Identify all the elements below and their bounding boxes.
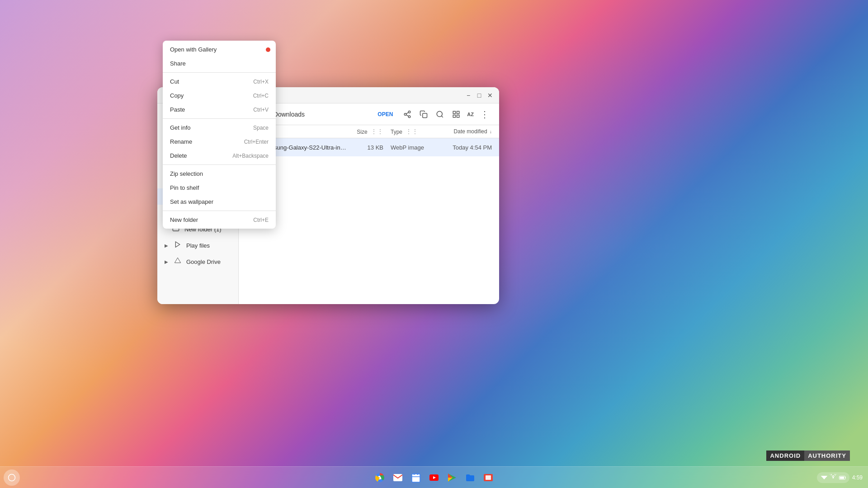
- svg-marker-11: [175, 242, 179, 247]
- svg-rect-21: [457, 111, 459, 113]
- get-info-shortcut: Space: [253, 125, 269, 131]
- svg-point-12: [409, 111, 411, 113]
- ctx-get-info[interactable]: Get info Space: [163, 121, 276, 135]
- delete-shortcut: Alt+Backspace: [232, 153, 269, 159]
- file-list: Ssmsung-Galaxy-S22-Ultra-in-front-of-pai…: [239, 138, 499, 304]
- more-options-button[interactable]: ⋮: [477, 107, 492, 122]
- toolbar: My files › Downloads OPEN: [239, 103, 499, 125]
- ctx-divider-2: [163, 118, 276, 119]
- taskbar-app-chrome[interactable]: [372, 469, 388, 486]
- file-type: WebP image: [383, 144, 433, 151]
- share-button[interactable]: [400, 107, 415, 122]
- play-files-expand-icon: ▶: [165, 243, 168, 248]
- taskbar-app-gmail[interactable]: [390, 469, 406, 486]
- open-button[interactable]: OPEN: [372, 107, 398, 122]
- ctx-delete[interactable]: Delete Alt+Backspace: [163, 149, 276, 163]
- column-size-more: ⋮⋮: [371, 128, 383, 135]
- svg-rect-39: [840, 477, 844, 479]
- launcher-button[interactable]: [4, 469, 20, 486]
- ctx-copy[interactable]: Copy Ctrl+C: [163, 89, 276, 103]
- taskbar-left: [0, 469, 20, 486]
- search-button[interactable]: [433, 107, 447, 122]
- close-button[interactable]: ✕: [485, 90, 495, 101]
- file-date: Today 4:54 PM: [433, 144, 492, 151]
- taskbar-app-play-store[interactable]: [444, 469, 460, 486]
- svg-point-37: [833, 477, 834, 478]
- svg-point-13: [405, 113, 407, 115]
- taskbar: 4:59: [0, 466, 868, 488]
- svg-rect-17: [423, 113, 427, 117]
- ctx-cut[interactable]: Cut Ctrl+X: [163, 75, 276, 89]
- ctx-pin-to-shelf[interactable]: Pin to shelf: [163, 181, 276, 195]
- file-size: 13 KB: [347, 144, 383, 151]
- file-list-header: Name ⋮⋮ Size ⋮⋮ Type ⋮⋮ Date modified ↓: [239, 125, 499, 138]
- watermark: ANDROID AUTHORITY: [766, 450, 850, 461]
- ctx-divider-3: [163, 164, 276, 165]
- gallery-indicator-dot: [266, 47, 270, 52]
- play-files-icon: [174, 241, 182, 250]
- ctx-paste[interactable]: Paste Ctrl+V: [163, 103, 276, 117]
- grid-view-button[interactable]: [449, 107, 463, 122]
- taskbar-right: 4:59: [817, 472, 868, 483]
- sort-arrow-icon: ↓: [490, 129, 492, 134]
- taskbar-center: [372, 469, 496, 486]
- svg-point-25: [9, 474, 15, 481]
- ctx-zip-selection[interactable]: Zip selection: [163, 167, 276, 181]
- svg-rect-36: [486, 475, 491, 480]
- svg-point-14: [409, 116, 411, 118]
- ctx-rename[interactable]: Rename Ctrl+Enter: [163, 135, 276, 149]
- ctx-new-folder[interactable]: New folder Ctrl+E: [163, 213, 276, 227]
- main-content: My files › Downloads OPEN: [239, 103, 499, 304]
- rename-shortcut: Ctrl+Enter: [244, 139, 269, 145]
- ctx-item-left: Open with Gallery: [170, 46, 217, 53]
- taskbar-app-files[interactable]: [462, 469, 478, 486]
- taskbar-app-calendar[interactable]: [408, 469, 424, 486]
- new-folder-shortcut: Ctrl+E: [253, 217, 269, 223]
- sidebar-item-google-drive[interactable]: ▶ Google Drive: [157, 253, 238, 270]
- ctx-share[interactable]: Share: [163, 56, 276, 70]
- column-date[interactable]: Date modified ↓: [433, 128, 492, 135]
- ctx-divider-1: [163, 72, 276, 73]
- svg-rect-23: [457, 115, 459, 117]
- ctx-set-as-wallpaper[interactable]: Set as wallpaper: [163, 195, 276, 209]
- copy-shortcut: Ctrl+C: [253, 93, 269, 99]
- taskbar-app-slides[interactable]: [480, 469, 496, 486]
- table-row[interactable]: Ssmsung-Galaxy-S22-Ultra-in-front-of-pai…: [239, 138, 499, 156]
- google-drive-icon: [174, 257, 182, 266]
- watermark-android-text: ANDROID: [766, 450, 804, 461]
- ctx-open-with-gallery[interactable]: Open with Gallery: [163, 42, 276, 56]
- svg-rect-22: [453, 115, 456, 117]
- google-drive-expand-icon: ▶: [165, 259, 168, 264]
- svg-point-18: [437, 111, 443, 117]
- column-size[interactable]: Size ⋮⋮: [347, 128, 383, 135]
- column-type-more: ⋮⋮: [406, 128, 418, 135]
- context-menu: Open with Gallery Share Cut Ctrl+X Copy …: [163, 41, 276, 229]
- maximize-button[interactable]: □: [474, 90, 485, 101]
- sidebar-item-play-files[interactable]: ▶ Play files: [157, 237, 238, 253]
- copy-button[interactable]: [416, 107, 431, 122]
- toolbar-actions: OPEN AZ: [372, 107, 492, 122]
- svg-rect-20: [453, 111, 456, 113]
- svg-line-15: [406, 115, 409, 116]
- column-type[interactable]: Type ⋮⋮: [383, 128, 433, 135]
- svg-line-19: [442, 116, 443, 117]
- minimize-button[interactable]: −: [463, 90, 474, 101]
- svg-line-16: [406, 112, 409, 113]
- cut-shortcut: Ctrl+X: [253, 79, 269, 85]
- sort-button[interactable]: AZ: [465, 107, 476, 122]
- breadcrumb-downloads[interactable]: Downloads: [274, 111, 305, 118]
- ctx-divider-4: [163, 211, 276, 211]
- paste-shortcut: Ctrl+V: [253, 107, 269, 113]
- watermark-authority-text: AUTHORITY: [804, 450, 850, 461]
- taskbar-app-youtube[interactable]: [426, 469, 442, 486]
- system-tray[interactable]: [817, 472, 849, 483]
- system-clock: 4:59: [852, 474, 863, 481]
- svg-rect-29: [412, 474, 420, 482]
